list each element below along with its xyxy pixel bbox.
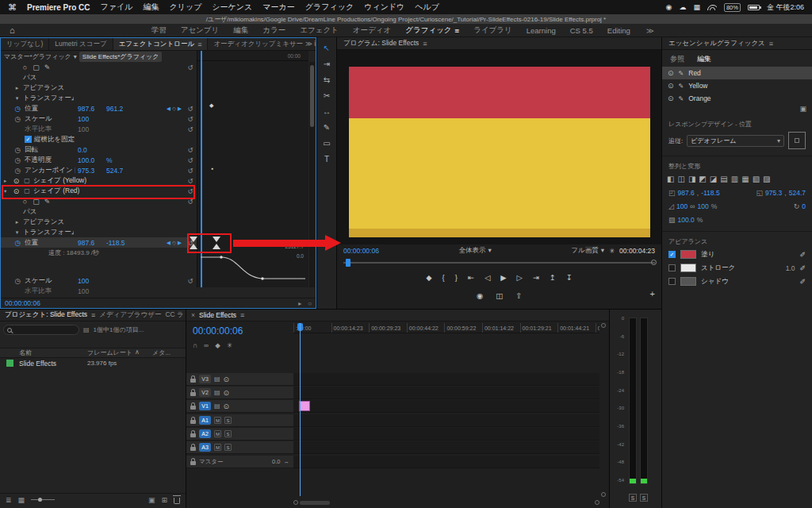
extract-icon[interactable]: ↧ — [566, 273, 573, 282]
list-view-icon[interactable]: ≣ — [6, 496, 12, 504]
scroll-handle-icon[interactable] — [293, 500, 298, 505]
program-monitor[interactable] — [337, 50, 661, 244]
edit-pencil-icon[interactable]: ✎ — [679, 83, 684, 90]
eyedropper-icon[interactable]: ✐ — [799, 278, 806, 286]
chevron-down-icon[interactable]: ▾ — [13, 95, 21, 102]
workspace-tab-editing[interactable]: 編集 — [233, 25, 248, 36]
track-badge[interactable]: V3 — [199, 375, 211, 383]
row-appearance[interactable]: ▸ アピアランス — [1, 83, 197, 93]
position-x[interactable]: 987.6 — [678, 189, 695, 197]
scroll-handle-icon[interactable] — [595, 500, 599, 505]
uniform-scale-checkbox[interactable]: ✓ — [25, 136, 32, 143]
stopwatch-icon[interactable]: ◷ — [13, 105, 22, 113]
menu-item[interactable]: 編集 — [143, 2, 159, 13]
lock-icon[interactable] — [190, 406, 196, 410]
scrollbar-thumb[interactable] — [310, 65, 314, 127]
visibility-eye-icon[interactable]: ⊙ — [12, 177, 21, 185]
export-icon[interactable]: ⇪ — [515, 291, 522, 300]
step-back-icon[interactable]: ◁ — [485, 273, 490, 282]
zoom-level-dropdown[interactable]: 全体表示 ▾ — [458, 246, 491, 256]
mute-button[interactable]: M — [214, 430, 221, 437]
cloud-icon[interactable]: ☁ — [679, 3, 686, 11]
overflow-chevrons-icon[interactable]: ≫ — [646, 26, 654, 35]
menu-clock[interactable]: 金 午後2:06 — [767, 2, 804, 13]
new-item-icon[interactable]: ⊞ — [161, 496, 167, 504]
solo-button[interactable]: S — [224, 430, 232, 437]
track-lane[interactable] — [293, 441, 599, 454]
chevron-down-icon[interactable]: ▾ — [13, 229, 21, 236]
chevron-right-icon[interactable]: ▸ — [4, 178, 10, 184]
track-select-tool[interactable]: ⇥ — [324, 60, 330, 68]
align-center-h-icon[interactable]: ◩ — [699, 175, 706, 183]
track-header[interactable]: A3 M S — [186, 441, 293, 454]
lock-icon[interactable] — [190, 392, 196, 396]
reset-icon[interactable]: ↺ — [184, 105, 197, 113]
ripple-edit-tool[interactable]: ⇆ — [324, 75, 330, 84]
vertical-scrollbar[interactable] — [309, 62, 315, 287]
stroke-width-value[interactable]: 1.0 — [786, 264, 795, 272]
tab-project[interactable]: プロジェクト: Slide Effects — [5, 310, 87, 320]
align-top-icon[interactable]: ▤ — [720, 175, 727, 183]
reset-icon[interactable]: ↺ — [184, 64, 197, 71]
visibility-eye-icon[interactable]: ⊙ — [668, 94, 674, 102]
layer-row-yellow[interactable]: ⊙ ✎ Yellow — [662, 79, 812, 92]
snap-icon[interactable]: ∩ — [193, 341, 197, 349]
home-icon[interactable]: ⌂ — [0, 25, 25, 35]
next-keyframe-icon[interactable]: ▶ — [178, 106, 182, 112]
stroke-checkbox[interactable] — [668, 264, 676, 271]
scale2-value[interactable]: 100 — [698, 202, 709, 210]
mark-out-icon[interactable]: } — [455, 273, 458, 282]
slip-tool[interactable]: ↔ — [323, 107, 331, 116]
master-track-header[interactable]: マスター 0.0 ↔ — [186, 456, 293, 468]
sync-lock-icon[interactable]: ▤ — [214, 402, 220, 410]
master-tab[interactable]: マスター*グラフィック — [4, 52, 71, 61]
edit-pencil-icon[interactable]: ✎ — [679, 70, 684, 77]
clip-tab[interactable]: Slide Effects*グラフィック — [79, 52, 163, 62]
eyedropper-icon[interactable]: ✐ — [799, 264, 806, 272]
razor-tool[interactable]: ✂ — [324, 91, 330, 100]
zoom-handle-icon[interactable] — [651, 260, 657, 265]
position-y[interactable]: -118.5 — [701, 189, 719, 197]
workspace-tab-graphics[interactable]: グラフィック≡ — [405, 25, 459, 36]
track-badge[interactable]: V2 — [199, 388, 211, 397]
sync-lock-icon[interactable]: ▤ — [214, 375, 220, 383]
tab-cc-libraries[interactable]: CC ラ — [165, 310, 183, 320]
app-name-menu[interactable]: Premiere Pro CC — [27, 3, 90, 12]
effect-timecode[interactable]: 00:00:00:06 — [5, 299, 40, 307]
scrubber-playhead[interactable] — [346, 259, 350, 267]
value-y[interactable]: 524.7 — [106, 167, 132, 175]
track-output-eye-icon[interactable]: ⊙ — [224, 389, 230, 397]
menu-item[interactable]: ファイル — [100, 2, 132, 13]
step-forward-icon[interactable]: ▷ — [517, 273, 523, 282]
tab-clip-none[interactable]: リップなし) — [1, 38, 49, 50]
scale-value[interactable]: 100 — [676, 202, 688, 210]
group-shape-yellow[interactable]: ▸ ⊙ ▢ シェイプ (Yellow) ↺ — [1, 175, 197, 186]
visibility-eye-icon[interactable]: ⊙ — [668, 82, 674, 90]
anchor-center-icon[interactable]: ◫ — [677, 175, 684, 183]
stopwatch-icon[interactable]: ◷ — [13, 277, 22, 285]
program-panel-header[interactable]: プログラム: Slide Effects ≡ — [337, 37, 661, 50]
keyframe-dot-icon[interactable]: ● — [211, 166, 213, 171]
layer-row-orange[interactable]: ⊙ ✎ Orange — [662, 92, 812, 105]
new-bin-icon[interactable]: ▣ — [148, 496, 155, 504]
apple-menu-icon[interactable]: ⌘ — [8, 2, 17, 13]
rectangle-tool-icon[interactable]: ▢ — [32, 198, 40, 206]
tab-lumetri-scopes[interactable]: Lumetri スコープ — [49, 38, 113, 50]
visibility-eye-icon[interactable]: ⊙ — [12, 187, 21, 195]
add-marker-icon[interactable]: ◆ — [215, 341, 220, 349]
workspace-tab-color[interactable]: カラー — [262, 25, 285, 36]
stroke-color-swatch[interactable] — [680, 264, 696, 272]
workspace-tab-libraries[interactable]: ライブラリ — [473, 25, 512, 36]
reset-icon[interactable]: ↺ — [184, 187, 197, 195]
distribute-h-icon[interactable]: ▧ — [753, 175, 760, 183]
toggle-effects-icon[interactable]: ○ — [308, 300, 312, 307]
ellipse-tool-icon[interactable]: ○ — [21, 198, 29, 206]
solo-button[interactable]: S — [224, 417, 232, 424]
row-position-selected[interactable]: ◷ 位置 987.6 -118.5 ◀ ◇ ▶ ↺ — [1, 237, 197, 248]
add-marker-icon[interactable]: ◆ — [426, 273, 431, 282]
row-transform[interactable]: ▾ トランスフォーム — [1, 227, 197, 237]
panel-menu-icon[interactable]: ≡ — [455, 26, 460, 35]
column-framerate[interactable]: フレームレート ∧ — [87, 348, 152, 357]
position-icon[interactable]: ◰ — [668, 189, 676, 197]
workspace-tab-learning[interactable]: Learning — [527, 26, 556, 35]
